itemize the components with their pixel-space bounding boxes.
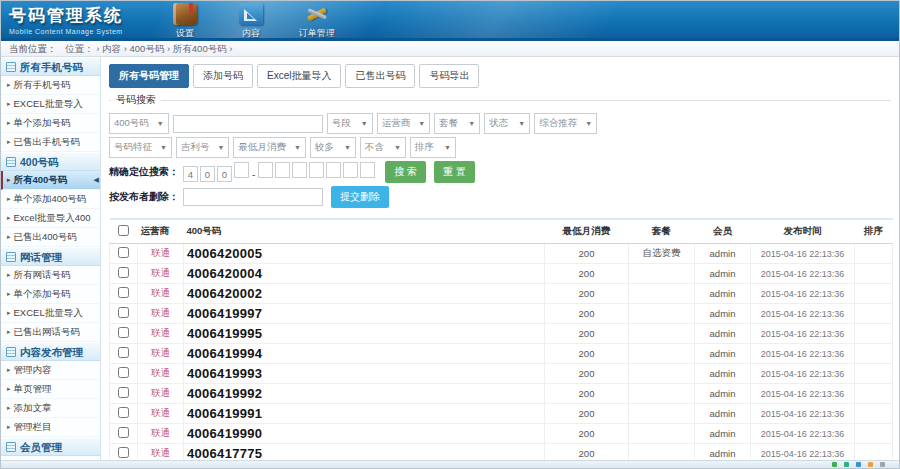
filter-select[interactable]: 不含▼ (360, 137, 406, 158)
sidebar-item[interactable]: ▸单页管理 (1, 380, 100, 399)
digit-box-input[interactable] (309, 162, 324, 178)
row-checkbox[interactable] (118, 447, 129, 458)
time-cell: 2015-04-16 22:13:36 (751, 304, 855, 324)
digit-box-input[interactable]: 0 (200, 166, 215, 182)
member-cell: admin (695, 304, 751, 324)
col-header-number: 400号码 (184, 219, 545, 244)
col-header-time: 发布时间 (751, 219, 855, 244)
row-checkbox[interactable] (118, 247, 129, 258)
row-checkbox[interactable] (118, 327, 129, 338)
sidebar-item[interactable]: ▸管理栏目 (1, 418, 100, 437)
sidebar-item[interactable]: ▸管理内容 (1, 361, 100, 380)
row-checkbox[interactable] (118, 307, 129, 318)
filter-select[interactable]: 号段▼ (327, 113, 373, 134)
member-cell: admin (695, 404, 751, 424)
filter-select[interactable]: 运营商▼ (377, 113, 430, 134)
row-checkbox[interactable] (118, 407, 129, 418)
select-all-checkbox[interactable] (118, 225, 129, 236)
table-row: 联通4006419995200admin2015-04-16 22:13:36 (110, 324, 893, 344)
sidebar-item[interactable]: ▸所有网话号码 (1, 266, 100, 285)
sidebar-item-active[interactable]: ▸所有400号码◀ (1, 171, 100, 190)
filter-select[interactable]: 号码特征▼ (109, 137, 172, 158)
sidebar-section-header[interactable]: 内容发布管理 (1, 342, 100, 361)
publisher-delete-row: 按发布者删除： 提交删除 (109, 186, 891, 208)
table-row: 联通4006419993200admin2015-04-16 22:13:36 (110, 364, 893, 384)
sidebar-item[interactable]: ▸EXCEL批量导入 (1, 95, 100, 114)
tab-item[interactable]: 号码导出 (419, 64, 479, 88)
sidebar-item[interactable]: ▸EXCEL批量导入 (1, 304, 100, 323)
sidebar-item[interactable]: ▸已售出网话号码 (1, 323, 100, 342)
tab-item[interactable]: 添加号码 (193, 64, 253, 88)
tab-item[interactable]: 已售出号码 (345, 64, 415, 88)
digit-box-input[interactable] (360, 162, 375, 178)
submit-delete-button[interactable]: 提交删除 (331, 186, 389, 208)
digit-box-input[interactable]: 4 (183, 166, 198, 182)
sidebar-section-header[interactable]: 400号码 (1, 152, 100, 171)
arrow-right-icon: ▸ (7, 190, 11, 208)
filter-select[interactable]: 排序▼ (410, 137, 456, 158)
arrow-right-icon: ▸ (7, 114, 11, 132)
sidebar-item[interactable]: ▸所有手机号码 (1, 76, 100, 95)
arrow-right-icon: ▸ (7, 285, 11, 303)
row-checkbox[interactable] (118, 367, 129, 378)
number-type-select[interactable]: 400号码▼ (109, 113, 169, 134)
header-nav-orders[interactable]: 订单管理 (293, 3, 341, 40)
sidebar-item[interactable]: ▸已售出400号码 (1, 228, 100, 247)
keyword-input[interactable] (173, 115, 323, 133)
sidebar-item[interactable]: ▸添加文章 (1, 399, 100, 418)
sidebar-item[interactable]: ▸单个添加号码 (1, 285, 100, 304)
sidebar-section-title: 网话管理 (20, 248, 62, 266)
digit-box-input[interactable] (258, 162, 273, 178)
tab-item[interactable]: Excel批量导入 (257, 64, 341, 88)
header-nav-content[interactable]: 内容 (227, 3, 275, 40)
chevron-down-icon: ▼ (294, 144, 301, 151)
search-filter-row-1: 400号码▼ 号段▼运营商▼套餐▼状态▼综合推荐▼ (109, 113, 891, 134)
search-button[interactable]: 搜 索 (385, 161, 426, 183)
number-cell: 4006420004 (184, 264, 545, 284)
time-cell: 2015-04-16 22:13:36 (751, 364, 855, 384)
col-header-operator: 运营商 (138, 219, 184, 244)
digit-box-input[interactable] (326, 162, 341, 178)
sidebar-item[interactable]: ▸单个添加400号码 (1, 190, 100, 209)
search-panel: 号码搜索 400号码▼ 号段▼运营商▼套餐▼状态▼综合推荐▼ 号码特征▼吉利号▼… (109, 93, 891, 213)
sidebar-section-header[interactable]: 会员管理 (1, 437, 100, 456)
breadcrumb-label: 当前位置： (9, 43, 57, 54)
sidebar-section-header[interactable]: 网话管理 (1, 247, 100, 266)
digit-box-input[interactable] (234, 162, 249, 178)
table-row: 联通4006419997200admin2015-04-16 22:13:36 (110, 304, 893, 324)
row-checkbox[interactable] (118, 387, 129, 398)
filter-select[interactable]: 状态▼ (484, 113, 530, 134)
row-checkbox[interactable] (118, 347, 129, 358)
sort-cell (855, 424, 893, 444)
filter-select-label: 号段 (332, 117, 351, 130)
filter-select[interactable]: 最低月消费▼ (233, 137, 305, 158)
sidebar-item[interactable]: ▸Excel批量导入400 (1, 209, 100, 228)
row-checkbox[interactable] (118, 287, 129, 298)
header-nav-settings[interactable]: 设置 (161, 3, 209, 40)
package-cell (629, 284, 695, 304)
sidebar-item[interactable]: ▸已售出手机号码 (1, 133, 100, 152)
digit-box-input[interactable]: 0 (217, 166, 232, 182)
sidebar-section-header[interactable]: 所有手机号码 (1, 57, 100, 76)
chevron-down-icon: ▼ (518, 120, 525, 127)
digit-box-input[interactable] (343, 162, 358, 178)
digit-box-input[interactable] (292, 162, 307, 178)
sidebar-item-label: EXCEL批量导入 (14, 304, 83, 322)
filter-select[interactable]: 综合推荐▼ (534, 113, 597, 134)
filter-select[interactable]: 较多▼ (310, 137, 356, 158)
filter-select[interactable]: 套餐▼ (434, 113, 480, 134)
filter-select[interactable]: 吉利号▼ (176, 137, 229, 158)
tab-bar: 所有号码管理添加号码Excel批量导入已售出号码号码导出 (109, 64, 899, 88)
publisher-delete-input[interactable] (183, 188, 323, 206)
table-row: 联通4006420004200admin2015-04-16 22:13:36 (110, 264, 893, 284)
tab-active[interactable]: 所有号码管理 (109, 64, 189, 88)
row-checkbox[interactable] (118, 427, 129, 438)
reset-button[interactable]: 重 置 (434, 161, 475, 183)
arrow-right-icon: ▸ (7, 133, 11, 151)
digit-box-input[interactable] (275, 162, 290, 178)
row-checkbox[interactable] (118, 267, 129, 278)
sidebar-item[interactable]: ▸单个添加号码 (1, 114, 100, 133)
filter-select-label: 排序 (415, 141, 434, 154)
fee-cell: 200 (545, 344, 629, 364)
member-cell: admin (695, 264, 751, 284)
